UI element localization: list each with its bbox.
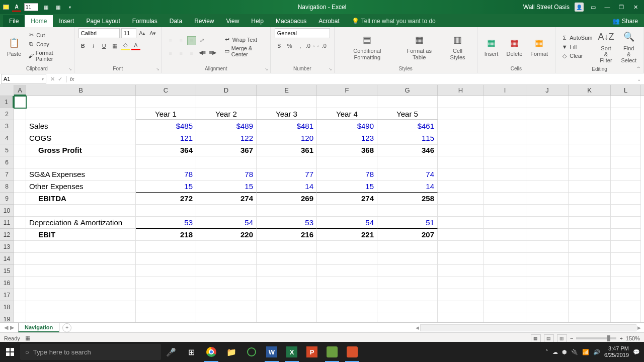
cell-K5[interactable] [569,144,611,156]
font-color-button[interactable]: A [131,41,140,50]
row-header-7[interactable]: 7 [0,168,14,180]
cell-I1[interactable] [484,96,526,108]
cell-J2[interactable] [526,108,569,120]
row-header-14[interactable]: 14 [0,253,14,265]
row-header-9[interactable]: 9 [0,193,14,205]
cell-E13[interactable] [257,241,317,253]
align-left-icon[interactable]: ≡ [166,48,175,57]
cell-J14[interactable] [526,253,569,265]
cell-H17[interactable] [438,289,484,301]
task-view-icon[interactable]: ⊞ [181,342,201,362]
formula-input[interactable] [77,74,634,84]
cell-L14[interactable] [611,253,641,265]
row-header-16[interactable]: 16 [0,277,14,289]
row-header-18[interactable]: 18 [0,301,14,313]
word-icon[interactable]: W [262,342,282,362]
cell-E16[interactable] [257,277,317,289]
cell-I7[interactable] [484,168,526,180]
cell-B13[interactable] [26,241,136,253]
tab-insert[interactable]: Insert [53,15,80,27]
excel-icon[interactable]: X [282,342,302,362]
merge-center-button[interactable]: ▭Merge & Center [222,45,266,58]
cell-styles-button[interactable]: ▥Cell Styles [443,31,473,62]
cell-I10[interactable] [484,205,526,217]
cell-L16[interactable] [611,277,641,289]
cell-L5[interactable] [611,144,641,156]
cancel-formula-icon[interactable]: ✕ [50,76,55,82]
cell-K11[interactable] [569,217,611,229]
row-header-12[interactable]: 12 [0,229,14,241]
clipboard-launcher-icon[interactable]: ↘ [68,67,72,71]
cell-F16[interactable] [317,277,377,289]
cell-A4[interactable] [14,132,26,144]
cell-K17[interactable] [569,289,611,301]
cell-K1[interactable] [569,96,611,108]
close-icon[interactable]: ✕ [631,3,640,12]
tray-volume-icon[interactable]: 🔊 [593,349,600,355]
cell-E19[interactable] [257,313,317,322]
cell-D15[interactable] [196,265,257,277]
align-top-icon[interactable]: ≡ [166,36,175,45]
cell-A15[interactable] [14,265,26,277]
cell-K16[interactable] [569,277,611,289]
cell-A10[interactable] [14,205,26,217]
borders-button[interactable]: ▦ [110,41,119,50]
cell-C10[interactable] [136,205,196,217]
cell-F3[interactable]: $490 [317,120,377,132]
add-sheet-button[interactable]: + [62,323,71,332]
sheet-nav-prev-icon[interactable]: ◀ [4,324,8,331]
cell-I4[interactable] [484,132,526,144]
cell-K6[interactable] [569,156,611,168]
cell-D8[interactable]: 15 [196,180,257,193]
cell-K8[interactable] [569,180,611,193]
name-box[interactable]: A1▾ [1,74,46,84]
col-header-A[interactable]: A [14,85,26,96]
cell-J7[interactable] [526,168,569,180]
font-launcher-icon[interactable]: ↘ [156,67,159,71]
cell-G19[interactable] [377,313,438,322]
cell-J3[interactable] [526,120,569,132]
increase-indent-icon[interactable]: ≡▶ [208,48,217,57]
zoom-level[interactable]: 150% [626,335,640,341]
cell-K14[interactable] [569,253,611,265]
cell-E18[interactable] [257,301,317,313]
expand-formula-bar-icon[interactable]: ⌄ [634,76,644,82]
hscroll-right-icon[interactable]: ▶ [637,325,641,330]
cell-J10[interactable] [526,205,569,217]
zoom-out-icon[interactable]: − [570,335,573,341]
cell-A11[interactable] [14,217,26,229]
cell-G10[interactable] [377,205,438,217]
cell-L9[interactable] [611,193,641,205]
paste-button[interactable]: 📋 Paste [4,34,24,59]
tab-data[interactable]: Data [164,15,188,27]
fx-icon[interactable]: fx [67,76,77,82]
cell-A18[interactable] [14,301,26,313]
cell-I6[interactable] [484,156,526,168]
cell-E9[interactable]: 269 [257,193,317,205]
cell-L10[interactable] [611,205,641,217]
cell-E17[interactable] [257,289,317,301]
cell-K9[interactable] [569,193,611,205]
cell-I5[interactable] [484,144,526,156]
cell-I11[interactable] [484,217,526,229]
cell-F14[interactable] [317,253,377,265]
app-green-icon[interactable] [242,342,262,362]
cell-I16[interactable] [484,277,526,289]
cell-H2[interactable] [438,108,484,120]
cell-G17[interactable] [377,289,438,301]
cell-D19[interactable] [196,313,257,322]
row-header-5[interactable]: 5 [0,144,14,156]
cell-D5[interactable]: 367 [196,144,257,156]
find-select-button[interactable]: 🔍Find & Select [618,28,639,65]
cell-E5[interactable]: 361 [257,144,317,156]
cell-H13[interactable] [438,241,484,253]
cell-J18[interactable] [526,301,569,313]
tab-page-layout[interactable]: Page Layout [80,15,126,27]
cell-L6[interactable] [611,156,641,168]
cell-H19[interactable] [438,313,484,322]
chrome-icon[interactable] [201,342,221,362]
cell-F9[interactable]: 274 [317,193,377,205]
cell-L3[interactable] [611,120,641,132]
sheet-nav-next-icon[interactable]: ▶ [10,324,14,331]
font-color-qat-icon[interactable]: A [12,3,21,12]
